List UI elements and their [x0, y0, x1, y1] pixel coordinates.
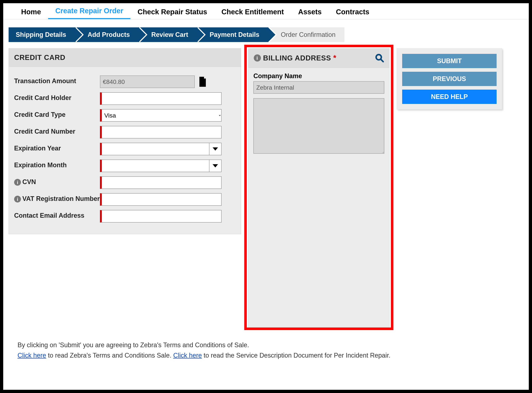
type-select[interactable]: Visa — [100, 109, 222, 122]
nav-assets[interactable]: Assets — [291, 6, 329, 19]
exp-year-label: Expiration Year — [14, 143, 100, 152]
step-review-cart[interactable]: Review Cart — [139, 27, 197, 42]
top-nav: Home Create Repair Order Check Repair St… — [3, 3, 529, 19]
step-shipping-details[interactable]: Shipping Details — [9, 27, 75, 42]
nav-contracts[interactable]: Contracts — [329, 6, 377, 19]
exp-month-select[interactable] — [100, 160, 222, 172]
action-buttons-panel: SUBMIT PREVIOUS NEED HELP — [397, 48, 502, 109]
exp-month-input[interactable] — [100, 160, 209, 172]
nav-home[interactable]: Home — [14, 6, 48, 19]
billing-header: i BILLING ADDRESS * — [248, 49, 389, 68]
required-asterisk: * — [333, 54, 336, 62]
cvn-label: CVN — [22, 178, 36, 186]
footer-mid2: to read the Service Description Document… — [202, 352, 390, 359]
info-icon[interactable]: i — [14, 196, 21, 202]
step-payment-details[interactable]: Payment Details — [197, 27, 268, 42]
billing-address-panel: i BILLING ADDRESS * Company Name — [248, 48, 390, 327]
svg-line-7 — [381, 59, 383, 62]
exp-month-label: Expiration Month — [14, 160, 100, 169]
email-field[interactable] — [100, 210, 222, 222]
credit-card-header-text: CREDIT CARD — [14, 54, 65, 62]
credit-card-panel: CREDIT CARD Transaction Amount Cred — [9, 48, 241, 234]
credit-card-header: CREDIT CARD — [9, 49, 241, 67]
type-label: Credit Card Type — [14, 109, 100, 118]
transaction-amount-field — [100, 75, 195, 88]
chevron-down-icon[interactable] — [209, 143, 222, 155]
nav-check-repair-status[interactable]: Check Repair Status — [130, 6, 214, 19]
billing-header-text: BILLING ADDRESS — [263, 54, 331, 62]
number-field[interactable] — [100, 126, 222, 138]
company-name-field — [253, 81, 384, 94]
info-icon[interactable]: i — [14, 179, 21, 186]
company-name-label: Company Name — [253, 72, 384, 80]
nav-check-entitlement[interactable]: Check Entitlement — [214, 6, 291, 19]
submit-button[interactable]: SUBMIT — [402, 54, 497, 68]
svg-text:i: i — [256, 55, 258, 61]
cvn-field[interactable] — [100, 176, 222, 189]
footer-mid1: to read Zebra's Terms and Conditions Sal… — [46, 352, 173, 359]
transaction-amount-label: Transaction Amount — [14, 75, 100, 85]
vat-label: VAT Registration Number — [22, 195, 100, 202]
progress-steps: Shipping Details Add Products Review Car… — [3, 19, 529, 48]
previous-button[interactable]: PREVIOUS — [402, 72, 497, 86]
step-add-products[interactable]: Add Products — [75, 27, 139, 42]
document-icon[interactable] — [198, 77, 207, 87]
info-icon[interactable]: i — [254, 54, 261, 62]
vat-field[interactable] — [100, 193, 222, 206]
billing-address-textarea[interactable] — [253, 98, 384, 154]
svg-text:i: i — [17, 196, 18, 202]
holder-label: Credit Card Holder — [14, 92, 100, 102]
footer-line1: By clicking on 'Submit' you are agreeing… — [18, 340, 514, 350]
svg-text:i: i — [17, 180, 18, 185]
exp-year-input[interactable] — [100, 143, 209, 155]
search-icon[interactable] — [375, 54, 384, 62]
exp-year-select[interactable] — [100, 143, 222, 155]
nav-create-repair-order[interactable]: Create Repair Order — [48, 5, 130, 19]
email-label: Contact Email Address — [14, 210, 100, 219]
chevron-down-icon[interactable] — [209, 160, 222, 172]
number-label: Credit Card Number — [14, 126, 100, 135]
footer-text: By clicking on 'Submit' you are agreeing… — [3, 327, 529, 366]
need-help-button[interactable]: NEED HELP — [402, 90, 497, 104]
holder-field[interactable] — [100, 92, 222, 105]
terms-link[interactable]: Click here — [18, 352, 46, 359]
step-order-confirmation: Order Confirmation — [268, 27, 344, 42]
service-description-link[interactable]: Click here — [173, 352, 202, 359]
